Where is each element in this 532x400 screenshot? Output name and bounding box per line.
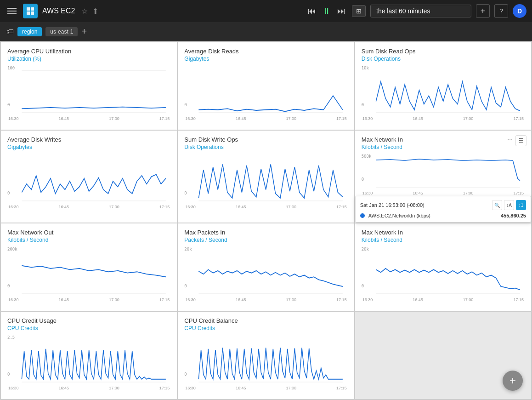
y-label-bottom: 0 [362, 103, 364, 107]
panel-subtitle[interactable]: Disk Operations [362, 56, 525, 62]
panel-max-network-in: Max Network In Kilobits / Second ··· ☰ 5… [355, 131, 531, 223]
tag-icon: 🏷 [6, 28, 14, 36]
svg-rect-2 [27, 11, 30, 15]
time-range-input[interactable] [370, 5, 471, 17]
app-title: AWS EC2 [42, 7, 75, 15]
panel-sum-disk-write-ops: Sum Disk Write Ops Disk Operations 0 16:… [178, 131, 354, 223]
tag-value-chip[interactable]: us-east-1 [45, 27, 78, 36]
user-avatar[interactable]: D [513, 4, 526, 18]
panel-subtitle[interactable]: Kilobits / Second [362, 144, 525, 150]
svg-rect-0 [27, 7, 30, 11]
help-button[interactable]: ? [494, 4, 508, 18]
panel-dots: ··· [507, 135, 513, 143]
panel-avg-disk-writes: Average Disk Writes Gigabytes 0 16:30 16… [1, 131, 177, 223]
y-label-top: 200k [7, 247, 17, 251]
chart-area: 0 [184, 153, 347, 204]
svg-rect-3 [31, 11, 34, 15]
tooltip-search-button[interactable]: 🔍 [492, 200, 502, 210]
y-label-bottom: 0 [184, 191, 187, 195]
chart-area: 100 0 [7, 65, 170, 115]
toolbar: AWS EC2 ☆ ⬆ ⏮ ⏸ ⏭ ⊞ + ? D [0, 0, 532, 22]
panel-title: Max Network In [362, 229, 525, 236]
panel-subtitle[interactable]: CPU Credits [7, 325, 170, 331]
y-label-bottom: 0 [7, 191, 10, 195]
y-label-top: 20k [184, 247, 192, 251]
x-labels: 16:30 16:45 17:00 17:15 [7, 386, 170, 390]
x-labels: 16:30 16:45 17:00 17:15 [184, 205, 347, 209]
tooltip-value: 455,860.25 [501, 213, 526, 218]
tooltip-sort-value-button[interactable]: ↕1 [516, 200, 526, 210]
nav-controls: ⏮ ⏸ ⏭ [306, 5, 347, 18]
x-labels: 16:30 16:45 17:00 17:15 [362, 191, 525, 195]
panel-cpu-credit-usage: CPU Credit Usage CPU Credits 2.5 0 16:30… [1, 312, 177, 399]
tooltip-row: AWS.EC2.NetworkIn (kbps) 455,860.25 [360, 213, 526, 218]
pause-button[interactable]: ⏸ [321, 5, 333, 18]
app-icon [23, 4, 38, 18]
panel-subtitle[interactable]: Gigabytes [7, 144, 170, 150]
x-labels: 16:30 16:45 17:00 17:15 [184, 116, 347, 121]
fab-add-button[interactable]: + [503, 371, 523, 391]
panel-title: Max Network In [362, 136, 525, 143]
add-panel-button[interactable]: + [476, 4, 490, 18]
panel-title: Average Disk Writes [7, 136, 170, 143]
panel-subtitle[interactable]: Kilobits / Second [362, 237, 525, 243]
skip-back-button[interactable]: ⏮ [306, 5, 318, 18]
panel-cpu-credit-balance: CPU Credit Balance CPU Credits 0 16:30 1… [178, 312, 354, 399]
x-labels: 16:30 16:45 17:00 17:15 [7, 116, 170, 121]
panel-max-network-in-2: Max Network In Kilobits / Second 20k 0 1… [355, 223, 531, 311]
chart-area: 10k 0 [362, 65, 525, 115]
panel-subtitle[interactable]: Utilization (%) [7, 56, 170, 62]
panel-subtitle[interactable]: Packets / Second [184, 237, 347, 243]
share-icon[interactable]: ⬆ [92, 7, 98, 16]
x-labels: 16:30 16:45 17:00 17:15 [7, 297, 170, 302]
panel-title: Sum Disk Read Ops [362, 48, 525, 55]
tooltip-date: Sat Jan 21 16:53:00 (-08:00) [360, 202, 424, 208]
y-label-bottom: 0 [362, 177, 364, 182]
chart-area: 200k 0 [7, 246, 170, 297]
tooltip-icons: 🔍 ↕A ↕1 [492, 200, 526, 210]
chart-area: 0 [7, 153, 170, 204]
panel-subtitle[interactable]: Gigabytes [184, 56, 347, 62]
x-labels: 16:30 16:45 17:00 17:15 [184, 297, 347, 302]
panel-subtitle[interactable]: CPU Credits [184, 325, 347, 331]
y-label-bottom: 0 [7, 372, 10, 377]
panel-title: Average Disk Reads [184, 48, 347, 55]
panel-subtitle[interactable]: Kilobits / Second [7, 237, 170, 243]
chart-area: 500k 0 [362, 153, 525, 190]
panel-max-network-out: Max Network Out Kilobits / Second 200k 0… [1, 223, 177, 311]
skip-forward-button[interactable]: ⏭ [335, 5, 347, 18]
tooltip-dot [360, 213, 365, 218]
panel-title: CPU Credit Balance [184, 317, 347, 324]
panel-title: Max Packets In [184, 229, 347, 236]
y-label-top: 100 [7, 66, 15, 70]
panel-title: CPU Credit Usage [7, 317, 170, 324]
hamburger-menu[interactable] [6, 5, 18, 17]
panel-title: Average CPU Utilization [7, 48, 170, 55]
x-labels: 16:30 16:45 17:00 17:15 [184, 386, 347, 390]
y-label-top: 10k [362, 66, 369, 70]
y-label-bottom: 0 [184, 284, 187, 288]
y-label-bottom: 0 [362, 284, 364, 288]
chart-area: 2.5 0 [7, 334, 170, 385]
tag-key-chip[interactable]: region [17, 27, 42, 36]
panel-subtitle[interactable]: Disk Operations [184, 144, 347, 150]
y-label-bottom: 0 [184, 372, 187, 377]
chart-area: 0 [184, 65, 347, 115]
chart-area: 20k 0 [362, 246, 525, 297]
tooltip-sort-az-button[interactable]: ↕A [504, 200, 514, 210]
tooltip-metric: AWS.EC2.NetworkIn (kbps) [368, 213, 497, 218]
chart-area: 20k 0 [184, 246, 347, 297]
tagbar: 🏷 region us-east-1 + [0, 22, 532, 41]
calendar-button[interactable]: ⊞ [352, 5, 366, 17]
x-labels: 16:30 16:45 17:00 17:15 [7, 205, 170, 209]
chart-area: 0 [184, 334, 347, 385]
panel-menu-button[interactable]: ☰ [515, 135, 526, 146]
panel-sum-disk-read-ops: Sum Disk Read Ops Disk Operations 10k 0 … [355, 42, 531, 130]
panel-avg-cpu: Average CPU Utilization Utilization (%) … [1, 42, 177, 130]
svg-rect-1 [31, 7, 34, 11]
star-icon[interactable]: ☆ [81, 7, 88, 16]
tooltip-header: Sat Jan 21 16:53:00 (-08:00) 🔍 ↕A ↕1 [360, 200, 526, 210]
x-labels: 16:30 16:45 17:00 17:15 [362, 297, 525, 302]
add-tag-button[interactable]: + [81, 26, 87, 37]
panel-title: Max Network Out [7, 229, 170, 236]
